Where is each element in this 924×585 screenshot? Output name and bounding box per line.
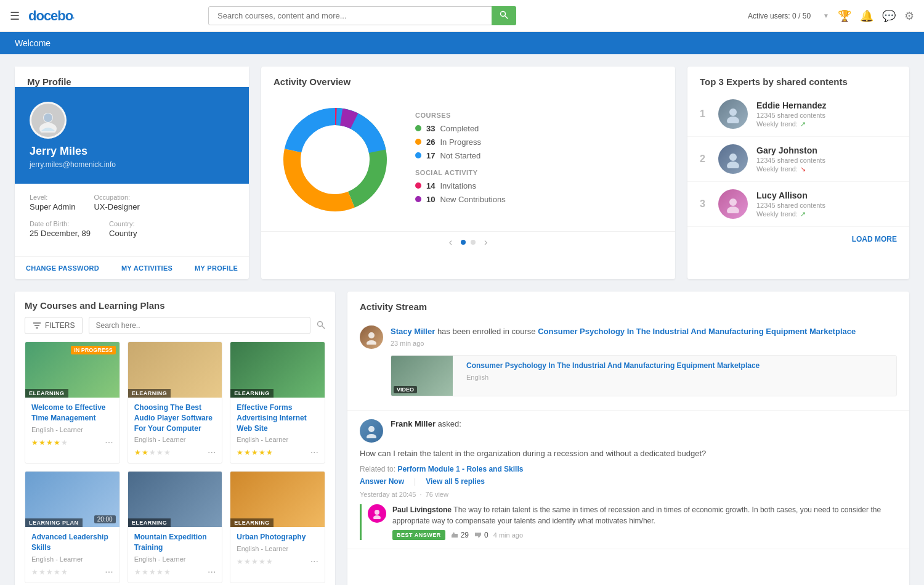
dob-value: 25 December, 89 xyxy=(30,229,91,238)
stars-3[interactable]: ★★★★★ xyxy=(237,448,274,457)
svg-point-25 xyxy=(368,426,375,432)
course-card-3: ELEARNING Effective Forms Advertising In… xyxy=(230,342,325,464)
course-title-6[interactable]: Urban Photography xyxy=(237,532,318,542)
frank-reply: Paul Livingstone The way to retain talen… xyxy=(360,504,897,540)
hamburger-menu[interactable]: ☰ xyxy=(10,9,20,23)
stream-item-enrollment: Stacy Miller has been enrolled in course… xyxy=(347,317,909,411)
elearning-badge-2: ELEARNING xyxy=(128,389,171,398)
courses-search-input[interactable] xyxy=(89,317,310,334)
frank-asked: asked: xyxy=(438,419,461,428)
search-input[interactable] xyxy=(208,6,516,25)
course-lang-3: English - Learner xyxy=(237,436,318,443)
more-button-3[interactable]: ··· xyxy=(310,447,318,458)
view-replies-link[interactable]: View all 5 replies xyxy=(426,477,485,486)
stars-1[interactable]: ★★★★★ xyxy=(31,438,68,447)
frank-actions: Answer Now | View all 5 replies xyxy=(360,477,897,486)
expert-name-3: Lucy Allison xyxy=(756,190,897,200)
stars-2[interactable]: ★★★★★ xyxy=(134,448,171,457)
trend-up-icon-3: ↗ xyxy=(800,210,806,218)
course-thumb-5: ELEARNING xyxy=(128,472,222,527)
thumbs-down-button[interactable]: 0 xyxy=(474,531,488,539)
course-lang-2: English - Learner xyxy=(134,436,216,443)
stars-4[interactable]: ★★★★★ xyxy=(31,568,68,576)
thumbs-up-count: 29 xyxy=(461,531,469,539)
elearning-badge-5: ELEARNING xyxy=(128,518,171,527)
expert-shared-1: 12345 shared contents xyxy=(756,112,897,119)
more-button-6[interactable]: ··· xyxy=(310,556,318,567)
svg-point-28 xyxy=(373,515,381,519)
more-button-4[interactable]: ··· xyxy=(105,567,113,578)
course-info-3: Effective Forms Advertising Internet Web… xyxy=(230,398,325,463)
profile-actions: CHANGE PASSWORD MY ACTIVITIES MY PROFILE xyxy=(15,256,249,279)
prev-arrow[interactable]: ‹ xyxy=(445,237,456,248)
in-progress-label: In Progress xyxy=(440,137,480,147)
course-lang-5: English - Learner xyxy=(134,555,216,563)
settings-icon[interactable]: ⚙ xyxy=(904,9,914,23)
search-button[interactable] xyxy=(492,6,516,25)
course-title-4[interactable]: Advanced Leadership Skills xyxy=(31,532,113,553)
thumbs-down-count: 0 xyxy=(484,531,488,539)
chat-icon[interactable]: 💬 xyxy=(882,9,896,23)
reply-time: 4 min ago xyxy=(493,531,523,539)
expert-rank-3: 3 xyxy=(700,198,710,210)
contributions-label: New Contributions xyxy=(440,195,505,204)
stars-6[interactable]: ★★★★★ xyxy=(237,557,274,566)
change-password-link[interactable]: CHANGE PASSWORD xyxy=(26,264,99,272)
courses-title: My Courses and Learning Plans xyxy=(25,300,325,311)
related-module-link[interactable]: Perform Module 1 - Roles and Skills xyxy=(397,465,523,473)
answer-now-link[interactable]: Answer Now xyxy=(360,477,404,486)
media-title[interactable]: Consumer Psychology In The Industrial An… xyxy=(466,361,760,371)
stacy-miller-link[interactable]: Stacy Miller xyxy=(391,327,435,336)
course-title-1[interactable]: Welcome to Effective Time Management xyxy=(31,403,113,423)
learning-plan-badge: LEARNING PLAN xyxy=(25,518,83,527)
course-title-2[interactable]: Choosing The Best Audio Player Software … xyxy=(134,403,216,433)
weekly-trend-label-3: Weekly trend: xyxy=(756,210,798,218)
thumbs-up-button[interactable]: 29 xyxy=(450,531,469,539)
courses-filters: FILTERS xyxy=(15,317,335,342)
courses-search-icon[interactable] xyxy=(317,321,325,331)
svg-point-12 xyxy=(729,108,737,116)
my-activities-link[interactable]: MY ACTIVITIES xyxy=(121,264,172,272)
reply-footer: BEST ANSWER 29 0 4 min ago xyxy=(392,530,897,540)
chevron-down-icon[interactable]: ▼ xyxy=(823,12,829,19)
svg-point-14 xyxy=(729,153,737,161)
my-profile-link[interactable]: MY PROFILE xyxy=(195,264,238,272)
course-thumb-2: ELEARNING xyxy=(128,342,222,398)
weekly-trend-label-1: Weekly trend: xyxy=(756,120,798,128)
stars-5[interactable]: ★★★★★ xyxy=(134,568,171,576)
invitations-item: 14 Invitations xyxy=(415,181,663,190)
course-footer-5: ★★★★★ ··· xyxy=(134,567,216,578)
expert-info-1: Eddie Hernandez 12345 shared contents We… xyxy=(756,100,897,128)
separator: | xyxy=(414,477,416,486)
svg-point-24 xyxy=(367,340,376,345)
consumer-psychology-link[interactable]: Consumer Psychology In The Industrial An… xyxy=(538,327,856,336)
filters-button[interactable]: FILTERS xyxy=(25,317,83,334)
active-users-label[interactable]: Active users: 0 / 50 xyxy=(748,12,811,20)
more-button-2[interactable]: ··· xyxy=(208,447,216,458)
course-title-5[interactable]: Mountain Expedition Training xyxy=(134,532,216,553)
next-arrow[interactable]: › xyxy=(480,237,491,248)
course-card-4: LEARNING PLAN 20:00 Advanced Leadership … xyxy=(25,471,120,583)
trophy-icon[interactable]: 🏆 xyxy=(838,9,851,23)
top-navigation: ☰ docebo· Active users: 0 / 50 ▼ 🏆 🔔 💬 ⚙ xyxy=(0,0,924,32)
expert-rank-2: 2 xyxy=(700,153,710,165)
occupation-value: UX-Designer xyxy=(94,202,139,211)
page-dot-1[interactable] xyxy=(461,240,466,245)
svg-point-17 xyxy=(727,207,739,213)
more-button-5[interactable]: ··· xyxy=(208,567,216,578)
media-thumbnail: VIDEO xyxy=(391,356,453,396)
elearning-badge-1: ELEARNING xyxy=(25,389,68,398)
page-dot-2[interactable] xyxy=(471,240,476,245)
frank-name: Frank Miller xyxy=(391,419,438,428)
course-title-3[interactable]: Effective Forms Advertising Internet Web… xyxy=(237,403,318,433)
contributions-dot xyxy=(415,196,421,202)
bottom-row: My Courses and Learning Plans FILTERS IN… xyxy=(15,292,909,585)
expert-item-1: 1 Eddie Hernandez 12345 shared contents … xyxy=(687,92,909,137)
more-button-1[interactable]: ··· xyxy=(105,437,113,448)
load-more-button[interactable]: LOAD MORE xyxy=(852,235,897,243)
profile-header: Jerry Miles jerry.miles@homenick.info xyxy=(15,87,249,184)
paul-avatar xyxy=(368,504,386,523)
activity-stream-card: Activity Stream Stacy Miller has been en… xyxy=(347,292,909,585)
profile-details: Level: Super Admin Occupation: UX-Design… xyxy=(15,184,249,256)
bell-icon[interactable]: 🔔 xyxy=(860,9,873,23)
